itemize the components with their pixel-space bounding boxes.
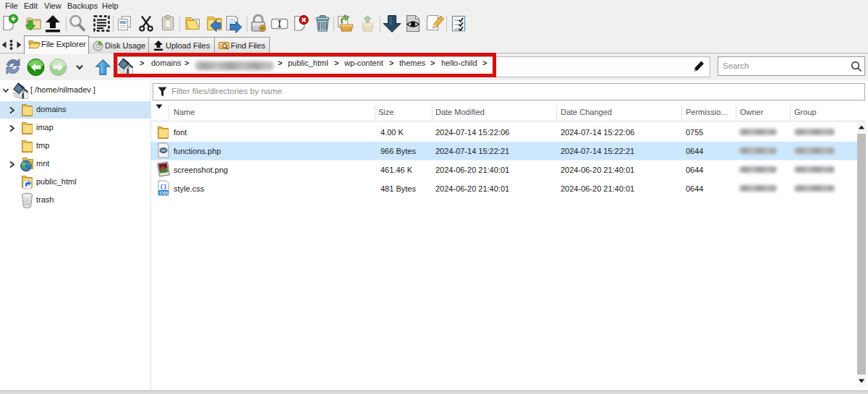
svg-text:CSS: CSS — [160, 191, 169, 195]
svg-text:{}: {} — [160, 183, 167, 189]
